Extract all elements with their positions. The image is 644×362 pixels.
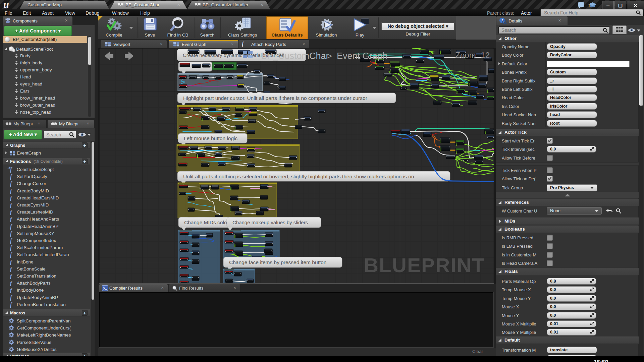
- svg-text:Change makeup values by slider: Change makeup values by sliders: [232, 220, 308, 225]
- svg-text:BLUEPRINT: BLUEPRINT: [364, 254, 485, 277]
- svg-text:Unlit all parts if nothing is: Unlit all parts if nothing is selected o…: [183, 174, 414, 179]
- svg-text:Change MIDs color: Change MIDs color: [184, 220, 229, 225]
- svg-text:Event Graph: Event Graph: [337, 51, 388, 61]
- svg-text:Highlight part under cursor. U: Highlight part under cursor. Unlit all p…: [183, 95, 367, 101]
- svg-text:BP_CustomChar: BP_CustomChar: [261, 51, 329, 61]
- svg-text:Change face items by pressed i: Change face items by pressed item button: [229, 259, 326, 265]
- svg-text:Left mouse button logic: Left mouse button logic: [184, 135, 238, 141]
- svg-text:>: >: [327, 51, 332, 61]
- svg-text:Zoom -12: Zoom -12: [455, 51, 490, 60]
